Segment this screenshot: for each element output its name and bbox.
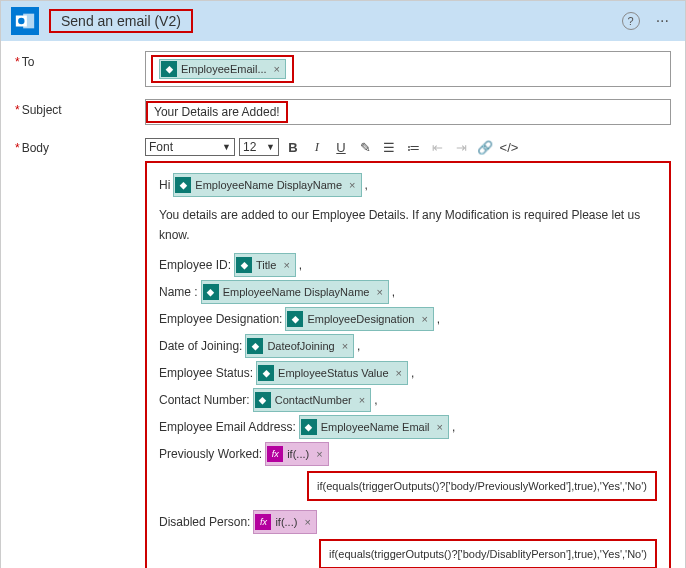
rte-toolbar: Font▼ 12▼ B I U ✎ ☰ ≔ ⇤ ⇥ 🔗 </> xyxy=(145,137,671,157)
label-doj: Date of Joining: xyxy=(159,336,242,356)
token-remove-icon[interactable]: × xyxy=(301,512,313,532)
text-comma: , xyxy=(437,309,440,329)
bullet-list-button[interactable]: ☰ xyxy=(379,137,399,157)
token-remove-icon[interactable]: × xyxy=(418,309,430,329)
dynamic-content-icon: ◆ xyxy=(301,419,317,435)
text-greeting: Hi xyxy=(159,175,170,195)
outlook-icon xyxy=(11,7,39,35)
rich-text-editor: Font▼ 12▼ B I U ✎ ☰ ≔ ⇤ ⇥ 🔗 </> Hi xyxy=(145,137,671,568)
text-comma: , xyxy=(357,336,360,356)
expression-prev: if(equals(triggerOutputs()?['body/Previo… xyxy=(307,471,657,501)
label-subject: *Subject xyxy=(15,99,135,117)
input-to[interactable]: ◆ EmployeeEmail... × xyxy=(145,51,671,87)
subject-value: Your Details are Added! xyxy=(146,101,288,123)
label-name: Name : xyxy=(159,282,198,302)
card-header: Send an email (V2) ? ··· xyxy=(1,1,685,41)
token-label: ContactNumber xyxy=(275,390,352,410)
text-intro-paragraph: You details are added to our Employee De… xyxy=(159,205,657,245)
expression-disabled: if(equals(triggerOutputs()?['body/Disabl… xyxy=(319,539,657,568)
label-disabled-person: Disabled Person: xyxy=(159,512,250,532)
dynamic-content-icon: ◆ xyxy=(258,365,274,381)
card-body: *To ◆ EmployeeEmail... × *Subject Your D… xyxy=(1,41,685,568)
input-subject[interactable]: Your Details are Added! xyxy=(145,99,671,125)
label-contact: Contact Number: xyxy=(159,390,250,410)
label-to: *To xyxy=(15,51,135,69)
fx-token-prev[interactable]: fx if(...) × xyxy=(265,442,328,466)
token-employee-name[interactable]: ◆ EmployeeName DisplayName × xyxy=(173,173,361,197)
token-label: EmployeeEmail... xyxy=(181,63,267,75)
italic-button[interactable]: I xyxy=(307,137,327,157)
field-subject: *Subject Your Details are Added! xyxy=(15,99,671,125)
font-size-select[interactable]: 12▼ xyxy=(239,138,279,156)
token-label: Title xyxy=(256,255,276,275)
token-label: EmployeeName DisplayName xyxy=(195,175,342,195)
text-comma: , xyxy=(452,417,455,437)
label-previously-worked: Previously Worked: xyxy=(159,444,262,464)
indent-button[interactable]: ⇥ xyxy=(451,137,471,157)
field-body: *Body Font▼ 12▼ B I U ✎ ☰ ≔ ⇤ ⇥ 🔗 </> xyxy=(15,137,671,568)
dynamic-content-icon: ◆ xyxy=(175,177,191,193)
rte-body[interactable]: Hi ◆ EmployeeName DisplayName × , You de… xyxy=(145,161,671,568)
token-remove-icon[interactable]: × xyxy=(313,444,325,464)
token-label: EmployeeName Email xyxy=(321,417,430,437)
dynamic-content-icon: ◆ xyxy=(161,61,177,77)
token-remove-icon[interactable]: × xyxy=(346,175,358,195)
token-title[interactable]: ◆ Title × xyxy=(234,253,296,277)
token-remove-icon[interactable]: × xyxy=(356,390,368,410)
dynamic-content-icon: ◆ xyxy=(236,257,252,273)
number-list-button[interactable]: ≔ xyxy=(403,137,423,157)
token-label: if(...) xyxy=(287,444,309,464)
token-remove-icon[interactable]: × xyxy=(280,255,292,275)
dynamic-content-icon: ◆ xyxy=(247,338,263,354)
token-label: DateofJoining xyxy=(267,336,334,356)
label-employee-id: Employee ID: xyxy=(159,255,231,275)
text-comma: , xyxy=(299,255,302,275)
highlight-button[interactable]: ✎ xyxy=(355,137,375,157)
token-label: EmployeeDesignation xyxy=(307,309,414,329)
outdent-button[interactable]: ⇤ xyxy=(427,137,447,157)
token-doj[interactable]: ◆ DateofJoining × xyxy=(245,334,354,358)
token-status[interactable]: ◆ EmployeeStatus Value × xyxy=(256,361,408,385)
token-contact[interactable]: ◆ ContactNumber × xyxy=(253,388,371,412)
fx-icon: fx xyxy=(267,446,283,462)
token-label: EmployeeName DisplayName xyxy=(223,282,370,302)
bold-button[interactable]: B xyxy=(283,137,303,157)
svg-point-2 xyxy=(18,18,24,24)
token-email[interactable]: ◆ EmployeeName Email × xyxy=(299,415,449,439)
token-remove-icon[interactable]: × xyxy=(271,63,283,75)
dynamic-content-icon: ◆ xyxy=(203,284,219,300)
font-select[interactable]: Font▼ xyxy=(145,138,235,156)
field-to: *To ◆ EmployeeEmail... × xyxy=(15,51,671,87)
text-comma: , xyxy=(365,175,368,195)
dynamic-content-icon: ◆ xyxy=(255,392,271,408)
svg-rect-1 xyxy=(23,14,34,29)
text-comma: , xyxy=(411,363,414,383)
token-remove-icon[interactable]: × xyxy=(434,417,446,437)
dynamic-content-icon: ◆ xyxy=(287,311,303,327)
token-employee-name-2[interactable]: ◆ EmployeeName DisplayName × xyxy=(201,280,389,304)
more-icon[interactable]: ··· xyxy=(650,12,675,30)
card-title: Send an email (V2) xyxy=(49,9,193,33)
token-employee-email[interactable]: ◆ EmployeeEmail... × xyxy=(159,59,286,79)
label-status: Employee Status: xyxy=(159,363,253,383)
fx-token-disabled[interactable]: fx if(...) × xyxy=(253,510,316,534)
token-label: EmployeeStatus Value xyxy=(278,363,388,383)
label-email: Employee Email Address: xyxy=(159,417,296,437)
text-comma: , xyxy=(374,390,377,410)
token-remove-icon[interactable]: × xyxy=(393,363,405,383)
token-designation[interactable]: ◆ EmployeeDesignation × xyxy=(285,307,433,331)
to-value-highlight: ◆ EmployeeEmail... × xyxy=(151,55,294,83)
fx-icon: fx xyxy=(255,514,271,530)
code-view-button[interactable]: </> xyxy=(499,137,519,157)
token-remove-icon[interactable]: × xyxy=(373,282,385,302)
label-body: *Body xyxy=(15,137,135,155)
underline-button[interactable]: U xyxy=(331,137,351,157)
help-icon[interactable]: ? xyxy=(622,12,640,30)
link-button[interactable]: 🔗 xyxy=(475,137,495,157)
label-designation: Employee Designation: xyxy=(159,309,282,329)
token-label: if(...) xyxy=(275,512,297,532)
text-comma: , xyxy=(392,282,395,302)
token-remove-icon[interactable]: × xyxy=(339,336,351,356)
action-card: Send an email (V2) ? ··· *To ◆ EmployeeE… xyxy=(0,0,686,568)
